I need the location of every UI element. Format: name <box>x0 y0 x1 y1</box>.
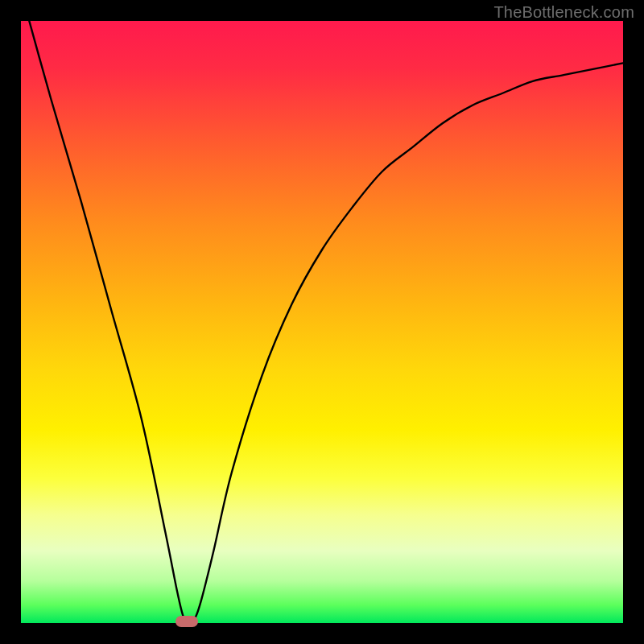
curve-path <box>21 0 623 623</box>
watermark-text: TheBottleneck.com <box>493 3 634 22</box>
plot-area <box>21 21 623 623</box>
chart-frame: TheBottleneck.com <box>0 0 644 644</box>
optimum-marker <box>175 616 198 627</box>
bottleneck-curve <box>21 21 623 623</box>
